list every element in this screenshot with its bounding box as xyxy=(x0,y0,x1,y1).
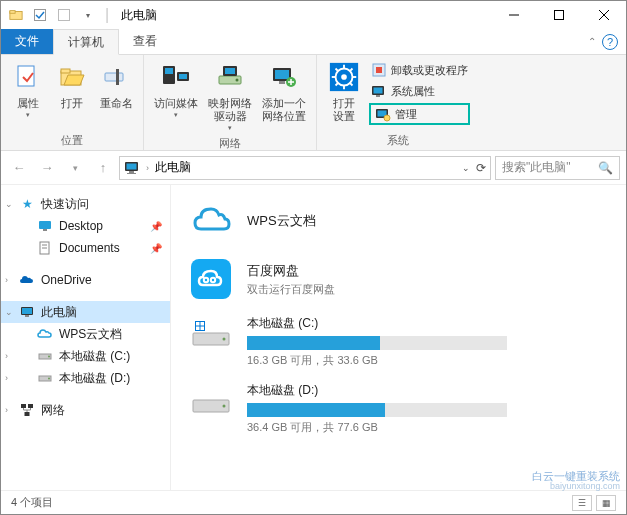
breadcrumb-location[interactable]: 此电脑 xyxy=(155,159,191,176)
manage-icon xyxy=(375,106,391,122)
content-pane: WPS云文档 百度网盘 双击运行百度网盘 本地磁盘 (C:) 16.3 GB 可… xyxy=(171,185,626,490)
sidebar-item-this-pc[interactable]: ⌄ 此电脑 xyxy=(1,301,170,323)
forward-button[interactable]: → xyxy=(35,156,59,180)
up-button[interactable]: ↑ xyxy=(91,156,115,180)
rename-button[interactable]: 重命名 xyxy=(97,59,135,112)
expand-icon[interactable]: ⌄ xyxy=(5,307,13,317)
watermark-line2: baiyunxitong.com xyxy=(532,482,620,492)
sidebar-item-documents[interactable]: Documents 📌 xyxy=(1,237,170,259)
search-input[interactable]: 搜索"此电脑" 🔍 xyxy=(495,156,620,180)
svg-rect-70 xyxy=(201,322,205,326)
map-drive-button[interactable]: 映射网络 驱动器 ▾ xyxy=(206,59,254,134)
tab-file[interactable]: 文件 xyxy=(1,29,53,54)
item-count: 4 个项目 xyxy=(11,495,53,510)
recent-dropdown[interactable]: ▾ xyxy=(63,156,87,180)
list-item-wps[interactable]: WPS云文档 xyxy=(189,199,608,243)
sidebar-item-network[interactable]: › 网络 xyxy=(1,399,170,421)
qat-checkbox-icon[interactable] xyxy=(29,4,51,26)
svg-rect-71 xyxy=(196,327,200,331)
address-dropdown-icon[interactable]: ⌄ xyxy=(462,163,470,173)
system-properties-icon xyxy=(371,83,387,99)
quick-access-toolbar: ▾ | 此电脑 xyxy=(1,4,157,26)
list-item-drive-d[interactable]: 本地磁盘 (D:) 36.4 GB 可用，共 77.6 GB xyxy=(189,382,608,435)
pin-icon: 📌 xyxy=(150,221,162,232)
close-button[interactable] xyxy=(581,1,626,29)
uninstall-programs-button[interactable]: 卸载或更改程序 xyxy=(369,61,470,79)
svg-rect-20 xyxy=(225,68,235,74)
svg-rect-39 xyxy=(374,88,383,94)
qat-blank-icon[interactable] xyxy=(53,4,75,26)
qat-folder-icon[interactable] xyxy=(5,4,27,26)
network-icon xyxy=(19,402,35,418)
wps-cloud-icon xyxy=(189,199,233,243)
expand-icon[interactable]: ⌄ xyxy=(5,199,13,209)
this-pc-icon xyxy=(124,160,140,176)
refresh-icon[interactable]: ⟳ xyxy=(476,161,486,175)
svg-rect-45 xyxy=(127,163,137,169)
view-details-button[interactable]: ☰ xyxy=(572,495,592,511)
svg-point-57 xyxy=(48,356,50,358)
svg-rect-5 xyxy=(554,11,563,20)
open-button[interactable]: 打开 xyxy=(53,59,91,112)
drive-stats: 36.4 GB 可用，共 77.6 GB xyxy=(247,420,507,435)
open-settings-button[interactable]: 打开 设置 xyxy=(325,59,363,125)
sidebar-item-onedrive[interactable]: › OneDrive xyxy=(1,269,170,291)
navigation-pane: ⌄ ★ 快速访问 Desktop 📌 Documents 📌 › OneDriv… xyxy=(1,185,171,490)
chevron-right-icon[interactable]: › xyxy=(146,163,149,173)
tab-computer[interactable]: 计算机 xyxy=(53,29,119,55)
address-bar[interactable]: › 此电脑 ⌄ ⟳ xyxy=(119,156,491,180)
manage-button[interactable]: 管理 xyxy=(369,103,470,125)
chevron-down-icon: ▾ xyxy=(26,111,30,119)
sidebar-label: Documents xyxy=(59,241,120,255)
svg-point-43 xyxy=(384,115,390,121)
properties-button[interactable]: 属性 ▾ xyxy=(9,59,47,121)
sidebar-item-wps[interactable]: WPS云文档 xyxy=(1,323,170,345)
collapse-ribbon-icon[interactable]: ⌃ xyxy=(588,36,596,47)
expand-icon[interactable]: › xyxy=(5,405,8,415)
add-network-location-icon xyxy=(268,61,300,93)
svg-rect-11 xyxy=(105,73,123,81)
uninstall-label: 卸载或更改程序 xyxy=(391,63,468,78)
svg-rect-14 xyxy=(165,68,173,74)
chevron-down-icon: ▾ xyxy=(174,111,178,119)
separator: | xyxy=(105,6,109,24)
item-title: WPS云文档 xyxy=(247,212,316,230)
maximize-button[interactable] xyxy=(536,1,581,29)
help-icon[interactable]: ? xyxy=(602,34,618,50)
drive-usage-bar xyxy=(247,403,507,417)
expand-icon[interactable]: › xyxy=(5,373,8,383)
sidebar-item-desktop[interactable]: Desktop 📌 xyxy=(1,215,170,237)
map-drive-label: 映射网络 驱动器 xyxy=(208,97,252,123)
system-properties-button[interactable]: 系统属性 xyxy=(369,82,470,100)
expand-icon[interactable]: › xyxy=(5,275,8,285)
sidebar-label: 本地磁盘 (C:) xyxy=(59,348,130,365)
tab-view[interactable]: 查看 xyxy=(119,29,171,54)
search-icon: 🔍 xyxy=(598,161,613,175)
add-network-location-button[interactable]: 添加一个 网络位置 xyxy=(260,59,308,125)
sidebar-item-drive-d[interactable]: › 本地磁盘 (D:) xyxy=(1,367,170,389)
qat-dropdown[interactable]: ▾ xyxy=(77,4,99,26)
expand-icon[interactable]: › xyxy=(5,351,8,361)
sidebar-item-quick-access[interactable]: ⌄ ★ 快速访问 xyxy=(1,193,170,215)
this-pc-icon xyxy=(19,304,35,320)
minimize-button[interactable] xyxy=(491,1,536,29)
view-tiles-button[interactable]: ▦ xyxy=(596,495,616,511)
item-title: 百度网盘 xyxy=(247,262,335,280)
drive-icon xyxy=(37,348,53,364)
list-item-drive-c[interactable]: 本地磁盘 (C:) 16.3 GB 可用，共 33.6 GB xyxy=(189,315,608,368)
system-properties-label: 系统属性 xyxy=(391,84,435,99)
sidebar-label: 网络 xyxy=(41,402,65,419)
sidebar-label: Desktop xyxy=(59,219,103,233)
sidebar-item-drive-c[interactable]: › 本地磁盘 (C:) xyxy=(1,345,170,367)
add-network-location-label: 添加一个 网络位置 xyxy=(262,97,306,123)
sidebar-label: OneDrive xyxy=(41,273,92,287)
map-drive-icon xyxy=(214,61,246,93)
title-bar: ▾ | 此电脑 xyxy=(1,1,626,29)
properties-label: 属性 xyxy=(17,97,39,110)
drive-icon xyxy=(189,382,233,426)
back-button[interactable]: ← xyxy=(7,156,31,180)
access-media-button[interactable]: 访问媒体 ▾ xyxy=(152,59,200,121)
chevron-down-icon: ▾ xyxy=(228,124,232,132)
list-item-baidu[interactable]: 百度网盘 双击运行百度网盘 xyxy=(189,257,608,301)
svg-rect-47 xyxy=(127,173,136,174)
